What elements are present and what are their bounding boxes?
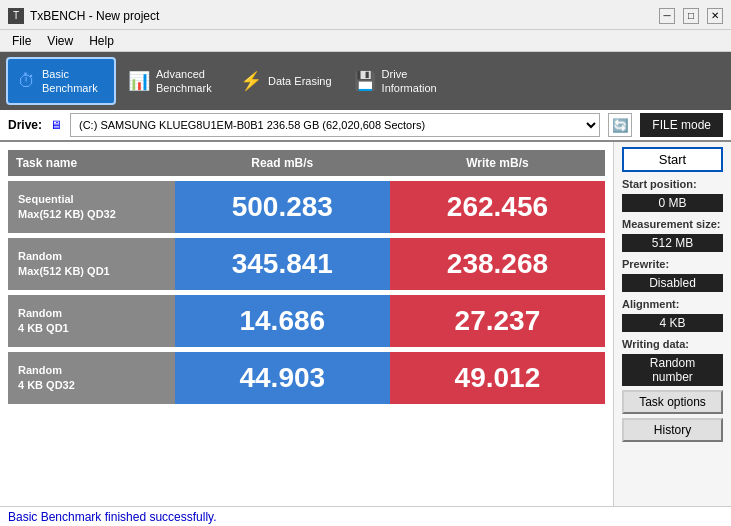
drive-icon: 🖥 [50, 118, 62, 132]
start-position-label: Start position: [622, 178, 723, 190]
measurement-size-label: Measurement size: [622, 218, 723, 230]
prewrite-label: Prewrite: [622, 258, 723, 270]
app-icon: T [8, 8, 24, 24]
task-name-0: SequentialMax(512 KB) QD32 [8, 181, 175, 233]
read-value-2: 14.686 [175, 295, 390, 347]
drive-label: Drive: [8, 118, 42, 132]
write-value-0: 262.456 [390, 181, 605, 233]
results-panel: Task name Read mB/s Write mB/s Sequentia… [0, 142, 613, 506]
minimize-button[interactable]: ─ [659, 8, 675, 24]
file-mode-button[interactable]: FILE mode [640, 113, 723, 137]
data-erasing-label: Data Erasing [268, 74, 332, 88]
toolbar: ⏱ BasicBenchmark 📊 AdvancedBenchmark ⚡ D… [0, 52, 731, 110]
advanced-benchmark-label: AdvancedBenchmark [156, 67, 212, 96]
measurement-size-value: 512 MB [622, 234, 723, 252]
col-write: Write mB/s [390, 150, 605, 176]
task-name-1: RandomMax(512 KB) QD1 [8, 238, 175, 290]
drive-bar: Drive: 🖥 (C:) SAMSUNG KLUEG8U1EM-B0B1 23… [0, 110, 731, 142]
table-row: RandomMax(512 KB) QD1 345.841 238.268 [8, 238, 605, 290]
table-row: SequentialMax(512 KB) QD32 500.283 262.4… [8, 181, 605, 233]
write-value-3: 49.012 [390, 352, 605, 404]
drive-information-label: DriveInformation [382, 67, 437, 96]
title-bar: T TxBENCH - New project ─ □ ✕ [0, 0, 731, 30]
alignment-label: Alignment: [622, 298, 723, 310]
col-task-name: Task name [8, 150, 175, 176]
start-position-value: 0 MB [622, 194, 723, 212]
alignment-value: 4 KB [622, 314, 723, 332]
writing-data-value: Random number [622, 354, 723, 386]
task-name-3: Random4 KB QD32 [8, 352, 175, 404]
writing-data-label: Writing data: [622, 338, 723, 350]
advanced-benchmark-icon: 📊 [128, 70, 150, 92]
task-name-2: Random4 KB QD1 [8, 295, 175, 347]
read-value-0: 500.283 [175, 181, 390, 233]
toolbar-data-erasing[interactable]: ⚡ Data Erasing [230, 57, 342, 105]
window-controls: ─ □ ✕ [659, 8, 723, 24]
read-value-1: 345.841 [175, 238, 390, 290]
drive-refresh-button[interactable]: 🔄 [608, 113, 632, 137]
write-value-1: 238.268 [390, 238, 605, 290]
basic-benchmark-label: BasicBenchmark [42, 67, 98, 96]
menu-help[interactable]: Help [81, 32, 122, 50]
drive-select[interactable]: (C:) SAMSUNG KLUEG8U1EM-B0B1 236.58 GB (… [70, 113, 600, 137]
window-title: TxBENCH - New project [30, 9, 659, 23]
restore-button[interactable]: □ [683, 8, 699, 24]
task-options-button[interactable]: Task options [622, 390, 723, 414]
menu-bar: File View Help [0, 30, 731, 52]
side-panel: Start Start position: 0 MB Measurement s… [613, 142, 731, 506]
write-value-2: 27.237 [390, 295, 605, 347]
start-button[interactable]: Start [622, 147, 723, 172]
menu-file[interactable]: File [4, 32, 39, 50]
read-value-3: 44.903 [175, 352, 390, 404]
toolbar-basic-benchmark[interactable]: ⏱ BasicBenchmark [6, 57, 116, 105]
results-table: Task name Read mB/s Write mB/s Sequentia… [8, 150, 605, 404]
menu-view[interactable]: View [39, 32, 81, 50]
status-bar: Basic Benchmark finished successfully. [0, 506, 731, 526]
table-row: Random4 KB QD1 14.686 27.237 [8, 295, 605, 347]
col-read: Read mB/s [175, 150, 390, 176]
close-button[interactable]: ✕ [707, 8, 723, 24]
history-button[interactable]: History [622, 418, 723, 442]
prewrite-value: Disabled [622, 274, 723, 292]
table-row: Random4 KB QD32 44.903 49.012 [8, 352, 605, 404]
toolbar-drive-information[interactable]: 💾 DriveInformation [344, 57, 454, 105]
toolbar-advanced-benchmark[interactable]: 📊 AdvancedBenchmark [118, 57, 228, 105]
drive-information-icon: 💾 [354, 70, 376, 92]
data-erasing-icon: ⚡ [240, 70, 262, 92]
main-content: Task name Read mB/s Write mB/s Sequentia… [0, 142, 731, 506]
status-message: Basic Benchmark finished successfully. [8, 510, 217, 524]
basic-benchmark-icon: ⏱ [18, 71, 36, 92]
